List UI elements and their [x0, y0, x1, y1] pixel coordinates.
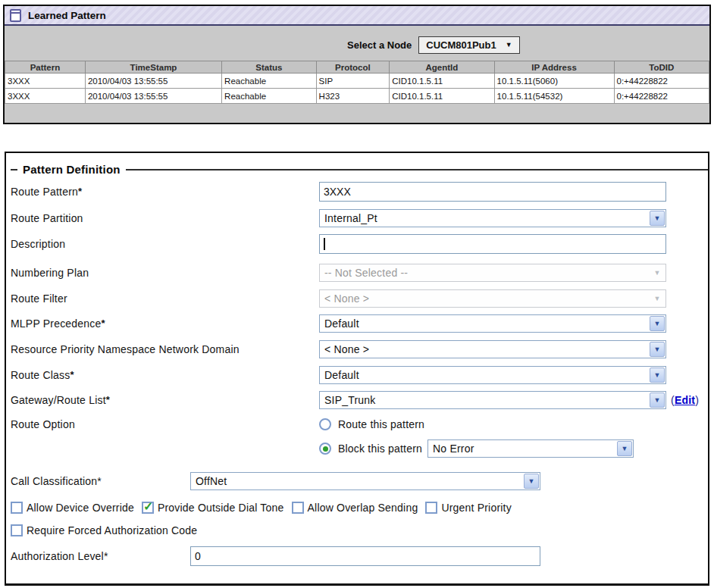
table-row: 3XXX 2010/04/03 13:55:55 Reachable H323 … — [5, 89, 709, 104]
mlpp-precedence-select[interactable]: Default ▼ — [319, 314, 666, 333]
cell-pattern: 3XXX — [5, 74, 86, 89]
description-input-wrap — [319, 234, 666, 254]
route-filter-value: < None > — [324, 292, 369, 305]
call-classification-select[interactable]: OffNet ▼ — [190, 472, 540, 490]
cell-timestamp: 2010/04/03 13:55:55 — [85, 74, 221, 89]
resource-priority-namespace-label: Resource Priority Namespace Network Doma… — [11, 343, 319, 355]
allow-device-override-item: Allow Device Override — [11, 502, 134, 514]
node-select-dropdown[interactable]: CUCM801Pub1 ▼ — [418, 36, 519, 54]
required-asterisk: * — [78, 186, 82, 197]
chevron-down-icon[interactable]: ▼ — [650, 211, 665, 226]
required-asterisk: * — [70, 369, 74, 380]
block-reason-select[interactable]: No Error ▼ — [427, 439, 634, 458]
route-class-select[interactable]: Default ▼ — [319, 366, 666, 384]
cell-pattern: 3XXX — [5, 89, 86, 104]
table-header-row: Pattern TimeStamp Status Protocol AgentI… — [5, 61, 709, 74]
authorization-level-input[interactable] — [190, 546, 540, 566]
block-pattern-row: Block this pattern No Error ▼ — [6, 439, 708, 458]
window-icon — [10, 9, 21, 22]
panel-title: Learned Pattern — [28, 10, 106, 21]
resource-priority-namespace-select[interactable]: < None > ▼ — [319, 340, 666, 358]
allow-overlap-sending-checkbox[interactable] — [292, 502, 304, 514]
select-a-node-label: Select a Node — [347, 39, 412, 51]
call-classification-value: OffNet — [196, 475, 227, 487]
provide-outside-dial-tone-checkbox[interactable]: ✓ — [142, 502, 154, 514]
numbering-plan-label: Numbering Plan — [11, 267, 319, 279]
block-reason-value: No Error — [433, 443, 474, 455]
col-header-todid: ToDID — [614, 61, 709, 74]
route-filter-label: Route Filter — [11, 292, 319, 305]
resource-priority-namespace-row: Resource Priority Namespace Network Doma… — [6, 340, 708, 358]
route-pattern-label: Route Pattern* — [11, 186, 319, 198]
mlpp-precedence-label: MLPP Precedence* — [11, 317, 319, 330]
numbering-plan-row: Numbering Plan -- Not Selected -- ▼ — [6, 264, 708, 282]
description-label: Description — [11, 238, 319, 250]
required-asterisk: * — [104, 550, 108, 562]
cell-timestamp: 2010/04/03 13:55:55 — [85, 89, 221, 104]
cell-ipaddress: 10.1.5.11(5060) — [494, 74, 614, 89]
learned-pattern-titlebar: Learned Pattern — [5, 6, 709, 26]
route-partition-row: Route Partition Internal_Pt ▼ — [6, 209, 708, 227]
numbering-plan-select: -- Not Selected -- ▼ — [319, 264, 666, 282]
block-this-pattern-radio[interactable] — [319, 443, 331, 455]
chevron-down-icon[interactable]: ▼ — [506, 42, 512, 48]
node-selector-row: Select a Node CUCM801Pub1 ▼ — [5, 36, 709, 54]
require-fac-row: Require Forced Authorization Code — [6, 524, 708, 536]
learned-pattern-table: Pattern TimeStamp Status Protocol AgentI… — [5, 61, 709, 104]
mlpp-precedence-row: MLPP Precedence* Default ▼ — [6, 314, 708, 333]
require-fac-checkbox[interactable] — [11, 524, 23, 536]
route-this-pattern-radio[interactable] — [319, 418, 331, 430]
chevron-down-icon[interactable]: ▼ — [650, 368, 665, 383]
learned-pattern-panel: Learned Pattern Select a Node CUCM801Pub… — [3, 5, 711, 124]
col-header-agentid: AgentId — [390, 61, 494, 74]
allow-device-override-checkbox[interactable] — [11, 502, 23, 514]
cell-todid: 0:+44228822 — [614, 89, 709, 104]
mlpp-precedence-value: Default — [324, 317, 359, 330]
resource-priority-namespace-value: < None > — [324, 343, 369, 355]
route-filter-row: Route Filter < None > ▼ — [6, 289, 708, 308]
pattern-checkbox-row: Allow Device Override ✓ Provide Outside … — [6, 502, 708, 514]
gateway-route-list-label: Gateway/Route List* — [11, 394, 319, 406]
route-partition-label: Route Partition — [11, 212, 319, 224]
cell-protocol: SIP — [316, 74, 390, 89]
description-input[interactable] — [319, 234, 666, 254]
pattern-definition-legend: Pattern Definition — [6, 163, 708, 176]
col-header-protocol: Protocol — [316, 61, 390, 74]
checkmark-icon: ✓ — [143, 499, 154, 514]
route-partition-select[interactable]: Internal_Pt ▼ — [319, 209, 666, 227]
pattern-definition-panel: Pattern Definition Route Pattern* Route … — [5, 152, 709, 586]
chevron-down-icon[interactable]: ▼ — [650, 393, 665, 408]
route-class-value: Default — [324, 369, 359, 381]
call-classification-row: Call Classification* OffNet ▼ — [6, 472, 708, 490]
legend-title: Pattern Definition — [17, 163, 126, 176]
chevron-down-icon: ▼ — [650, 265, 665, 280]
provide-outside-dial-tone-item: ✓ Provide Outside Dial Tone — [142, 502, 284, 514]
urgent-priority-item: Urgent Priority — [425, 502, 511, 514]
route-this-pattern-label: Route this pattern — [338, 418, 424, 430]
cell-agentid: CID10.1.5.11 — [390, 89, 494, 104]
cell-protocol: H323 — [316, 89, 390, 104]
route-filter-select: < None > ▼ — [319, 289, 666, 308]
description-row: Description — [6, 234, 708, 254]
cell-status: Reachable — [222, 74, 316, 89]
chevron-down-icon[interactable]: ▼ — [650, 316, 665, 331]
chevron-down-icon: ▼ — [650, 291, 665, 306]
table-row: 3XXX 2010/04/03 13:55:55 Reachable SIP C… — [5, 74, 709, 89]
authorization-level-row: Authorization Level* — [6, 546, 708, 566]
gateway-route-list-value: SIP_Trunk — [324, 394, 375, 406]
chevron-down-icon[interactable]: ▼ — [617, 441, 632, 456]
urgent-priority-checkbox[interactable] — [425, 502, 437, 514]
edit-link[interactable]: Edit — [675, 394, 695, 406]
chevron-down-icon[interactable]: ▼ — [524, 474, 539, 489]
chevron-down-icon[interactable]: ▼ — [650, 342, 665, 357]
route-pattern-input[interactable] — [319, 182, 666, 202]
gateway-route-list-row: Gateway/Route List* SIP_Trunk ▼ (Edit) — [6, 391, 708, 409]
allow-overlap-sending-item: Allow Overlap Sending — [292, 502, 418, 514]
text-cursor — [324, 238, 325, 250]
allow-device-override-label: Allow Device Override — [27, 502, 134, 514]
gateway-route-list-select[interactable]: SIP_Trunk ▼ — [319, 391, 666, 409]
col-header-ipaddress: IP Address — [494, 61, 614, 74]
required-asterisk: * — [101, 317, 105, 329]
route-class-label: Route Class* — [11, 369, 319, 381]
urgent-priority-label: Urgent Priority — [441, 502, 511, 514]
